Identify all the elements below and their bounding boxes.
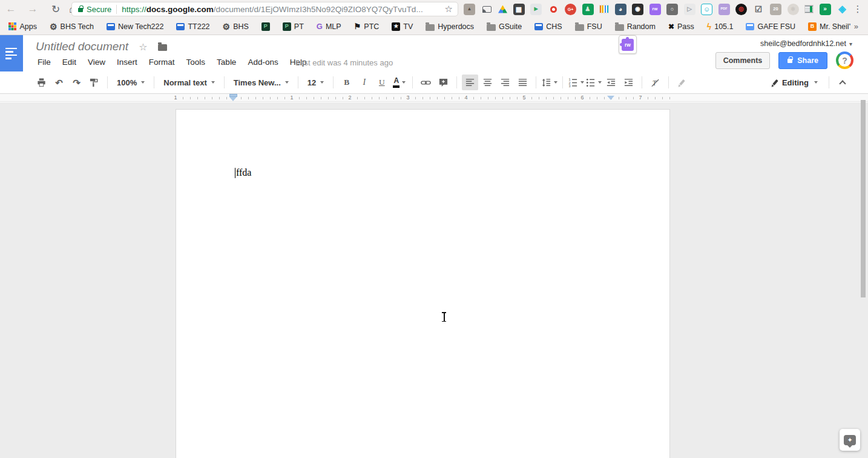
insert-comment-button[interactable] [435,75,452,90]
browser-menu-button[interactable]: ⋮ [850,0,865,18]
menu-insert[interactable]: Insert [115,56,139,68]
move-folder-button[interactable] [158,44,167,51]
line-spacing-button[interactable] [541,75,557,90]
bookmark-tv[interactable]: ★TV [392,22,413,31]
extension-disabled[interactable]: ✱ [787,4,799,15]
bookmark-fsu[interactable]: FSU [575,22,602,31]
numbered-list-button[interactable]: 123 [568,75,584,90]
address-bar[interactable]: Secure https://docs.google.com/document/… [71,2,458,16]
extension-pdf[interactable]: PDF [718,4,730,15]
text-caret [235,168,235,178]
mode-select[interactable]: Editing [768,75,824,90]
zoom-select[interactable]: 100% [113,75,149,90]
italic-button[interactable]: I [356,75,372,90]
insert-link-button[interactable] [418,75,434,90]
document-page[interactable]: ffda [176,109,670,458]
bookmark-star-button[interactable]: ☆ [445,4,453,15]
document-title-input[interactable]: Untitled document [36,40,128,53]
reload-button[interactable]: ↻ [47,0,64,18]
star-document-button[interactable]: ☆ [139,41,147,53]
extension-phone-smiley[interactable]: ☺ [701,4,712,15]
bold-button[interactable]: B [338,75,355,90]
bookmark-bhs-tech[interactable]: ⚙BHS Tech [50,22,94,31]
help-button[interactable]: ? [836,51,853,69]
bookmark-pt[interactable]: PPT [283,22,304,31]
extension-google-plus[interactable]: G+ [565,4,576,15]
bookmark-new-tech222[interactable]: New Tech222 [107,22,164,31]
align-right-button[interactable] [497,75,513,90]
collapse-toolbar-button[interactable] [834,75,850,90]
justify-button[interactable] [515,75,531,90]
extension-cast[interactable] [482,6,492,13]
extension-green-cast[interactable]: » [820,4,831,15]
styles-select[interactable]: Normal text [159,75,219,90]
menu-view[interactable]: View [86,56,107,68]
align-left-button[interactable] [462,75,478,90]
left-indent-marker[interactable] [229,97,237,101]
bookmark-ptc[interactable]: ⚑PTC [354,22,380,31]
bookmark-p[interactable]: P [261,22,270,31]
extension-readwrite[interactable]: rw [649,4,661,15]
menu-tools[interactable]: Tools [185,56,208,68]
extension-lightbulb[interactable]: ○ [666,4,678,15]
bookmark-mr-sheils[interactable]: BMr. Sheil's [808,22,850,31]
bookmark-gafe-fsu[interactable]: GAFE FSU [746,22,795,31]
explore-button[interactable]: ✦ [840,429,860,451]
extension-google-drive[interactable] [498,5,507,13]
bookmark-gsuite[interactable]: GSuite [487,22,522,31]
extension-paper-plane[interactable]: ▷ [684,4,695,15]
decrease-indent-button[interactable] [603,75,619,90]
account-menu[interactable]: sheilc@bedfordnhk12.net ▾ [760,39,852,48]
readwrite-floating-button[interactable]: rw [619,35,637,54]
increase-indent-button[interactable] [620,75,637,90]
input-tools-button[interactable] [674,75,690,90]
extension-night-wave[interactable]: ◕ [615,4,626,15]
align-center-button[interactable] [479,75,496,90]
extension-highlight-bars[interactable] [599,5,609,13]
bookmarks-overflow-button[interactable]: » [850,22,862,31]
scrollbar-thumb[interactable] [861,100,866,297]
menu-addons[interactable]: Add-ons [246,56,280,68]
forward-button[interactable]: → [24,0,41,18]
extension-checkbox[interactable]: ☑ [753,4,764,15]
extension-news-lines[interactable] [804,5,814,13]
extension-red-ring[interactable] [550,6,557,13]
menu-file[interactable]: File [36,56,53,68]
back-button[interactable]: ← [2,0,19,18]
extension-badge-20[interactable]: 20 [770,4,781,15]
bookmark-bhs[interactable]: ⚙BHS [223,22,249,31]
extension-eye[interactable]: ◉ [632,4,643,15]
bookmark-tt222[interactable]: TT222 [176,22,209,31]
text-color-button[interactable]: A [391,75,407,90]
bookmark-random[interactable]: Random [615,22,656,31]
extension-camera-lens[interactable]: ◎ [735,4,747,15]
clear-formatting-button[interactable]: T [647,75,663,90]
extension-filmstrip[interactable]: ▦ [513,4,525,15]
bookmark-apps[interactable]: Apps [8,22,37,31]
menu-table[interactable]: Table [215,56,238,68]
bullet-list-button[interactable] [585,75,602,90]
bookmark-chs[interactable]: CHS [534,22,562,31]
underline-button[interactable]: U [373,75,390,90]
extension-classroom[interactable]: ♟ [582,4,594,15]
extension-screencast[interactable]: ▶ [530,4,542,15]
redo-button[interactable]: ↷ [68,75,85,90]
menu-format[interactable]: Format [147,56,177,68]
last-edit-status[interactable]: Last edit was 4 minutes ago [295,58,393,67]
bookmark-105-1[interactable]: ϟ105.1 [707,22,734,31]
comments-button[interactable]: Comments [715,52,771,69]
extension-photo-capture[interactable]: ▲ [464,4,475,15]
font-select[interactable]: Times New... [229,75,293,90]
paint-format-button[interactable] [86,75,102,90]
bookmark-mlp[interactable]: GMLP [317,22,341,31]
share-button[interactable]: Share [778,52,827,69]
right-indent-marker[interactable] [607,96,614,100]
extension-diamond[interactable]: ◈ [837,4,848,15]
print-button[interactable] [33,75,50,90]
bookmark-pass[interactable]: ✖Pass [668,22,694,31]
undo-button[interactable]: ↶ [51,75,67,90]
menu-edit[interactable]: Edit [61,56,78,68]
font-size-select[interactable]: 12 [303,75,328,90]
docs-logo[interactable] [0,35,23,71]
bookmark-hyperdocs[interactable]: Hyperdocs [426,22,474,31]
